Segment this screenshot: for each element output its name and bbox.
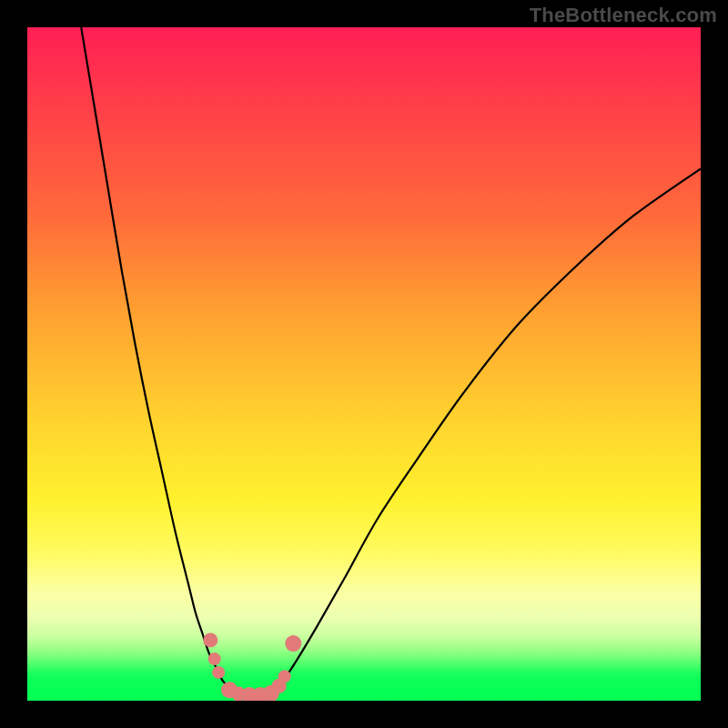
plot-area xyxy=(27,27,701,701)
curve-right xyxy=(277,168,701,687)
data-marker xyxy=(203,632,217,647)
chart-stage: TheBottleneck.com xyxy=(0,0,728,728)
chart-overlay xyxy=(27,27,701,701)
data-marker xyxy=(285,635,301,652)
data-marker xyxy=(208,652,221,665)
marker-group xyxy=(203,632,301,701)
data-marker xyxy=(212,666,225,679)
watermark-text: TheBottleneck.com xyxy=(530,4,717,27)
data-marker xyxy=(278,670,291,682)
curve-left xyxy=(81,27,229,687)
